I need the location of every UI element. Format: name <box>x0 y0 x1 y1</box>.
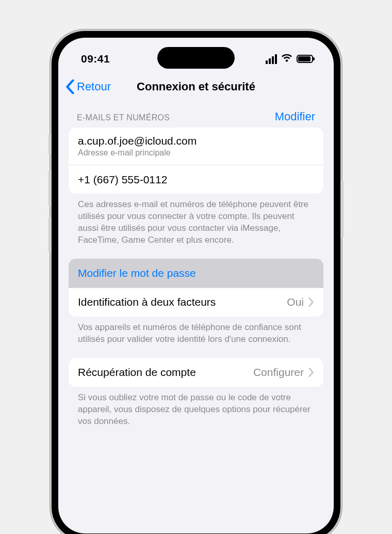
edit-button[interactable]: Modifier <box>275 110 315 123</box>
cellular-signal-icon <box>266 54 277 64</box>
phone-number-row[interactable]: +1 (667) 555-0112 <box>69 165 323 194</box>
chevron-right-icon <box>308 297 314 307</box>
two-factor-value: Oui <box>287 296 304 308</box>
side-button-volume-up <box>48 170 52 207</box>
side-button-volume-down <box>48 217 52 253</box>
change-password-label: Modifier le mot de passe <box>78 267 196 279</box>
navigation-bar: Retour Connexion et sécurité <box>58 71 334 100</box>
chevron-left-icon <box>66 80 75 94</box>
account-recovery-value: Configurer <box>253 366 304 379</box>
section-header-label: E-mails et numéros <box>77 113 170 122</box>
phone-screen: 09:41 Retour Connexion et sécurité <box>58 38 334 533</box>
account-recovery-row[interactable]: Récupération de compte Configurer <box>69 358 323 387</box>
phone-frame: 09:41 Retour Connexion et sécurité <box>52 31 340 534</box>
emails-footer: Ces adresses e-mail et numéros de téléph… <box>69 194 323 259</box>
back-label: Retour <box>77 80 111 93</box>
security-footer: Vos appareils et numéros de téléphone de… <box>69 317 323 358</box>
email-value: a.cup.of.joe@icloud.com <box>78 135 197 147</box>
phone-value: +1 (667) 555-0112 <box>78 174 167 186</box>
section-header-emails: E-mails et numéros Modifier <box>69 100 323 128</box>
two-factor-row[interactable]: Identification à deux facteurs Oui <box>69 288 323 317</box>
status-indicators <box>266 53 317 65</box>
emails-list-group: a.cup.of.joe@icloud.com Adresse e-mail p… <box>69 128 323 194</box>
side-button-power <box>340 181 344 238</box>
wifi-icon <box>281 53 292 65</box>
battery-icon <box>297 55 313 63</box>
back-button[interactable]: Retour <box>66 80 111 94</box>
settings-content: E-mails et numéros Modifier a.cup.of.joe… <box>58 100 334 460</box>
chevron-right-icon <box>308 368 314 377</box>
email-subtitle: Adresse e-mail principale <box>78 148 197 158</box>
account-recovery-label: Récupération de compte <box>78 366 196 379</box>
change-password-row[interactable]: Modifier le mot de passe <box>69 259 323 288</box>
side-button-silence <box>48 134 52 155</box>
two-factor-label: Identification à deux facteurs <box>78 296 216 308</box>
security-list-group: Modifier le mot de passe Identification … <box>69 259 323 317</box>
recovery-list-group: Récupération de compte Configurer <box>69 358 323 387</box>
recovery-footer: Si vous oubliez votre mot de passe ou le… <box>69 387 323 440</box>
status-time: 09:41 <box>81 53 110 65</box>
page-title: Connexion et sécurité <box>137 80 255 93</box>
email-primary-row[interactable]: a.cup.of.joe@icloud.com Adresse e-mail p… <box>69 128 323 165</box>
dynamic-island <box>157 47 235 69</box>
